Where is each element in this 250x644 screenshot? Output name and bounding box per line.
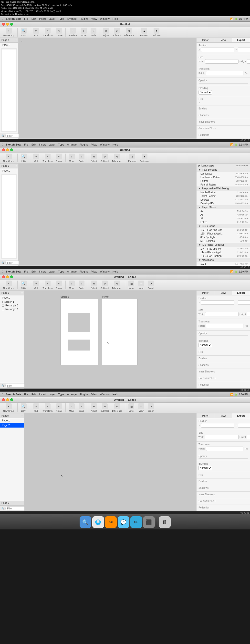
transform-btn-3[interactable]: ⤡ Transform — [42, 280, 54, 290]
type-menu-1[interactable]: Type — [58, 17, 64, 20]
file-menu-3[interactable]: File — [24, 270, 29, 273]
new-group-btn-4[interactable]: + New Group — [2, 403, 16, 413]
help-menu-1[interactable]: Help — [112, 17, 118, 20]
mirror-tab-btn-3[interactable]: ◫ Mirror — [127, 280, 136, 290]
plugins-menu-1[interactable]: Plugins — [80, 17, 88, 20]
min-btn-4[interactable] — [6, 398, 9, 401]
min-btn-2[interactable] — [6, 148, 9, 151]
max-btn-4[interactable] — [10, 398, 13, 401]
backward-btn[interactable]: ▼ Backward — [150, 27, 163, 37]
subtract-btn-4[interactable]: ⊖ Subtract — [99, 403, 110, 413]
app-name-2[interactable]: Sketch Beta — [6, 143, 21, 146]
min-btn-1[interactable] — [6, 23, 9, 26]
new-group-btn-3[interactable]: + New Group — [2, 280, 16, 290]
export-tab-btn-3[interactable]: ↗ Export — [147, 280, 155, 290]
size-item-a6[interactable]: A6 297×420px — [197, 217, 250, 220]
move-btn[interactable]: ↕ Move — [79, 27, 88, 37]
view-menu-4[interactable]: View — [91, 393, 97, 396]
export-tab-btn-4[interactable]: ↗ Export — [147, 403, 155, 413]
move-btn-4[interactable]: ↕ Move — [67, 403, 76, 413]
plugins-menu-4[interactable]: Plugins — [80, 393, 88, 396]
gaussian-add-1[interactable]: + — [215, 127, 216, 130]
rect1-layer[interactable]: Rectangle 1 — [0, 307, 24, 311]
apple-menu-3[interactable]:  — [2, 270, 3, 273]
layer-menu-4[interactable]: Layer — [49, 393, 55, 396]
size-item-ipad-landscape[interactable]: Landscape 1024×768px — [197, 172, 250, 176]
view-menu-2[interactable]: View — [91, 143, 97, 146]
adjust-btn[interactable]: ⊕ Adjust — [101, 27, 110, 37]
difference-btn-4[interactable]: ⊗ Difference — [111, 403, 123, 413]
export-tab-3[interactable]: Export — [232, 290, 250, 295]
new-group-btn[interactable]: + New Group — [2, 27, 16, 37]
move-btn-2[interactable]: ↕ Move — [67, 153, 76, 163]
paper-group-header[interactable]: ▼ Paper Sizes — [197, 205, 250, 210]
difference-btn[interactable]: ⊗ Difference — [123, 27, 135, 37]
window-menu-2[interactable]: Window — [100, 143, 110, 146]
rwd-group-header[interactable]: ▼ Responsive Web Design — [197, 186, 250, 190]
file-menu-2[interactable]: File — [24, 143, 29, 146]
export-tab-4[interactable]: Export — [232, 414, 250, 418]
max-btn-3[interactable] — [10, 276, 13, 278]
arrange-menu-4[interactable]: Arrange — [67, 393, 77, 396]
transform-btn-4[interactable]: ⤡ Transform — [42, 403, 54, 413]
file-menu-1[interactable]: File — [24, 17, 29, 20]
y-input-3[interactable] — [238, 300, 250, 305]
screen1-layer[interactable]: ▶ Screen 1 — [0, 300, 24, 304]
add-page-icon-2[interactable]: + — [15, 164, 17, 167]
window-menu-1[interactable]: Window — [100, 17, 110, 20]
y-input-1[interactable] — [238, 48, 250, 52]
cut-btn-2[interactable]: ✂ Cut — [32, 153, 41, 163]
plugins-menu-3[interactable]: Plugins — [80, 270, 88, 273]
size-item-a5[interactable]: A5 420×595px — [197, 213, 250, 217]
artboard-portrait-canvas[interactable] — [102, 299, 138, 365]
dock-mail-icon[interactable]: ✉ — [105, 516, 117, 528]
adjust-btn-4[interactable]: ⊕ Adjust — [90, 403, 98, 413]
size-item-144[interactable]: 144 – iPad app Icon 144×144px — [197, 247, 250, 250]
help-menu-3[interactable]: Help — [112, 270, 118, 273]
rotate-input-3[interactable] — [206, 324, 244, 328]
cut-btn[interactable]: ✂ Cut — [32, 27, 41, 37]
dock-safari-icon[interactable]: 🌐 — [92, 516, 104, 528]
y-input-4[interactable] — [238, 423, 250, 428]
dock-finder-icon[interactable]: 🔍 — [80, 516, 91, 528]
type-menu-2[interactable]: Type — [58, 143, 64, 146]
landscape-group-header[interactable]: ▶ Landscape 1136×640px — [197, 164, 250, 168]
mirror-tab-1[interactable]: Mirror — [197, 38, 214, 42]
size-item-152[interactable]: 152 – iPad App Icon 152×152px — [197, 228, 250, 232]
scale-btn-2[interactable]: ⤢ Scale — [77, 153, 86, 163]
close-btn-2[interactable] — [2, 148, 5, 151]
add-page-icon-1[interactable]: + — [15, 39, 17, 42]
page-item-1[interactable]: Page 1 — [0, 43, 18, 47]
rect2-checkbox[interactable] — [2, 304, 5, 307]
width-input-3[interactable] — [205, 312, 238, 316]
apple-menu[interactable]:  — [2, 17, 3, 20]
zoom-btn-2[interactable]: 🔍 25% — [19, 153, 28, 163]
page-item-3a[interactable]: Page 1 — [0, 296, 24, 300]
edit-menu-2[interactable]: Edit — [32, 143, 36, 146]
rotate-btn-3[interactable]: ↻ Rotate — [55, 280, 64, 290]
previous-btn[interactable]: ← Previous — [67, 27, 78, 37]
transform-btn-2[interactable]: ⤡ Transform — [42, 153, 54, 163]
layer-menu-1[interactable]: Layer — [49, 17, 55, 20]
export-tab-1[interactable]: Export — [232, 38, 250, 42]
width-input-1[interactable] — [205, 59, 238, 64]
close-btn-4[interactable] — [2, 398, 5, 401]
subtract-btn[interactable]: ⊖ Subtract — [111, 27, 122, 37]
size-item-ipad-landscape-retina[interactable]: Landscape Retina 2048×1536px — [197, 176, 250, 179]
close-btn-1[interactable] — [2, 23, 5, 26]
view-tab-btn-4[interactable]: 👁 View — [137, 403, 146, 413]
insert-menu-1[interactable]: Insert — [39, 17, 46, 20]
close-btn-3[interactable] — [2, 276, 5, 278]
ios-legacy-group-header[interactable]: ▼ iOS Icons (Legacy) — [197, 243, 250, 247]
max-btn-2[interactable] — [10, 148, 13, 151]
zoom-btn-1[interactable]: 🔍 100% — [19, 27, 28, 37]
window-menu-3[interactable]: Window — [100, 270, 110, 273]
dock-trash-icon[interactable]: 🗑 — [159, 516, 171, 528]
gaussian-add-4[interactable]: + — [215, 500, 216, 502]
min-btn-3[interactable] — [6, 276, 9, 278]
size-item-120[interactable]: 120 – iPhone App I... 120×120px — [197, 232, 250, 236]
rotate-input-4[interactable] — [206, 446, 244, 451]
dock-messages-icon[interactable]: 💬 — [118, 516, 130, 528]
forward-btn[interactable]: ▲ Forward — [139, 27, 149, 37]
size-item-desktop-hd[interactable]: Desktop/HD 1440×1024px — [197, 202, 250, 205]
